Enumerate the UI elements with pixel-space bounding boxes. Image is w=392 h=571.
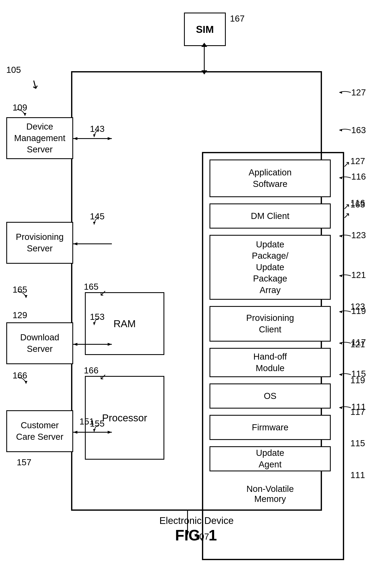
svg-marker-12 (73, 137, 77, 140)
ref-157: 157 (17, 457, 31, 467)
software-stack-box: ApplicationSoftware DM Client UpdatePack… (202, 152, 344, 560)
svg-marker-26 (25, 381, 28, 384)
curly-127: ↗ (343, 159, 350, 169)
abs-ref-115: 115 (351, 369, 366, 379)
curly-116: ↗ (343, 210, 350, 220)
arrow-svg-145 (73, 241, 115, 247)
abs-ref-123: 123 (351, 230, 366, 240)
svg-marker-13 (93, 134, 96, 137)
provisioning-client-box: ProvisioningClient (210, 306, 331, 342)
device-management-server-box: DeviceManagementServer (6, 117, 73, 159)
ram-label: RAM (113, 318, 136, 330)
nvm-text: Non-VolatileMemory (247, 484, 294, 504)
ccs-label: CustomerCare Server (16, 420, 63, 442)
svg-marker-1 (339, 129, 342, 132)
ref-165: 165 (84, 282, 98, 292)
curly-svg-163 (338, 128, 352, 133)
provisioning-server-box: ProvisioningServer (6, 222, 73, 264)
sim-arrow (204, 46, 205, 71)
svg-marker-9 (24, 113, 26, 116)
curly-109 (15, 108, 27, 117)
sim-label: SIM (196, 24, 214, 35)
dm-client-label: DM Client (251, 210, 289, 222)
ds-label: DownloadServer (20, 332, 59, 355)
curly-abs-165 (16, 290, 28, 299)
fig-label-text: FIG. 1 (175, 527, 217, 543)
diagram-container: 105 ↙ SIM 167 RAM 165 ↙ Processor 166 ↙ … (0, 0, 392, 571)
curly-105-icon: ↙ (28, 76, 43, 92)
ref-166: 166 (84, 365, 98, 376)
update-agent-box: UpdateAgent (210, 446, 331, 471)
curly-abs-166 (16, 376, 28, 385)
svg-marker-18 (73, 343, 77, 346)
arrow-svg-153 (73, 341, 115, 347)
ref-129: 129 (13, 310, 27, 320)
svg-marker-6 (339, 342, 342, 345)
abs-ref-127: 127 (351, 88, 366, 98)
provisioning-client-label: ProvisioningClient (246, 312, 294, 335)
svg-marker-19 (108, 343, 112, 346)
svg-marker-2 (339, 177, 342, 179)
update-package-label: UpdatePackage/UpdatePackageArray (252, 239, 288, 296)
curly-svg-123 (338, 234, 352, 239)
curly-svg-121 (338, 273, 352, 279)
os-box: OS (210, 383, 331, 408)
svg-marker-8 (339, 406, 342, 409)
curly-svg-116 (338, 175, 352, 181)
ref-115: 115 (350, 438, 365, 448)
svg-marker-0 (339, 91, 342, 94)
app-software-box: ApplicationSoftware (210, 160, 331, 197)
abs-ref-111: 111 (351, 402, 366, 412)
svg-marker-24 (93, 429, 96, 432)
customer-care-server-box: CustomerCare Server (6, 410, 73, 452)
handoff-module-box: Hand-offModule (210, 348, 331, 377)
update-package-box: UpdatePackage/UpdatePackageArray (210, 235, 331, 300)
update-agent-label: UpdateAgent (256, 447, 284, 470)
svg-marker-23 (108, 431, 112, 434)
abs-ref-117: 117 (351, 337, 366, 347)
processor-box: Processor (85, 376, 164, 460)
curly-165: ↙ (99, 288, 107, 298)
handoff-module-label: Hand-offModule (253, 351, 287, 374)
abs-ref-119: 119 (351, 306, 366, 316)
svg-marker-25 (25, 295, 28, 298)
label-105: 105 (6, 65, 21, 75)
curly-svg-115 (338, 372, 352, 377)
firmware-label: Firmware (252, 422, 289, 433)
ps-label: ProvisioningServer (16, 231, 64, 254)
download-server-box: DownloadServer (6, 322, 73, 364)
curly-svg-111 (338, 405, 352, 410)
electronic-device-label: Electronic Device (71, 515, 322, 526)
svg-marker-16 (93, 222, 96, 225)
ed-label-text: Electronic Device (159, 515, 234, 526)
dm-client-box: DM Client (210, 203, 331, 228)
firmware-box: Firmware (210, 415, 331, 440)
curly-143 (93, 130, 103, 138)
os-label: OS (264, 390, 277, 402)
processor-label: Processor (102, 412, 147, 424)
ref-116: 116 (350, 198, 365, 208)
curly-svg-119 (338, 309, 352, 315)
app-software-label: ApplicationSoftware (249, 167, 292, 190)
curly-svg-127 (338, 90, 352, 95)
curly-153 (93, 318, 103, 326)
curly-145-top (93, 217, 103, 226)
svg-marker-7 (339, 373, 342, 376)
svg-marker-15 (73, 242, 77, 245)
dms-label: DeviceManagementServer (14, 121, 65, 155)
svg-marker-4 (339, 275, 342, 277)
svg-marker-3 (339, 235, 342, 237)
curly-166: ↙ (99, 372, 107, 381)
abs-ref-116: 116 (351, 172, 366, 182)
curly-163: ↗ (343, 202, 350, 211)
sim-box: SIM (184, 13, 226, 46)
ref-111: 111 (350, 470, 365, 480)
curly-svg-117 (338, 341, 352, 346)
ref-167: 167 (230, 14, 245, 24)
abs-ref-121: 121 (351, 270, 366, 280)
curly-155 (93, 424, 103, 433)
svg-marker-5 (339, 311, 342, 313)
svg-marker-11 (108, 137, 112, 140)
ref-127: 127 (350, 156, 365, 166)
fig-label: FIG. 1 (175, 527, 217, 544)
